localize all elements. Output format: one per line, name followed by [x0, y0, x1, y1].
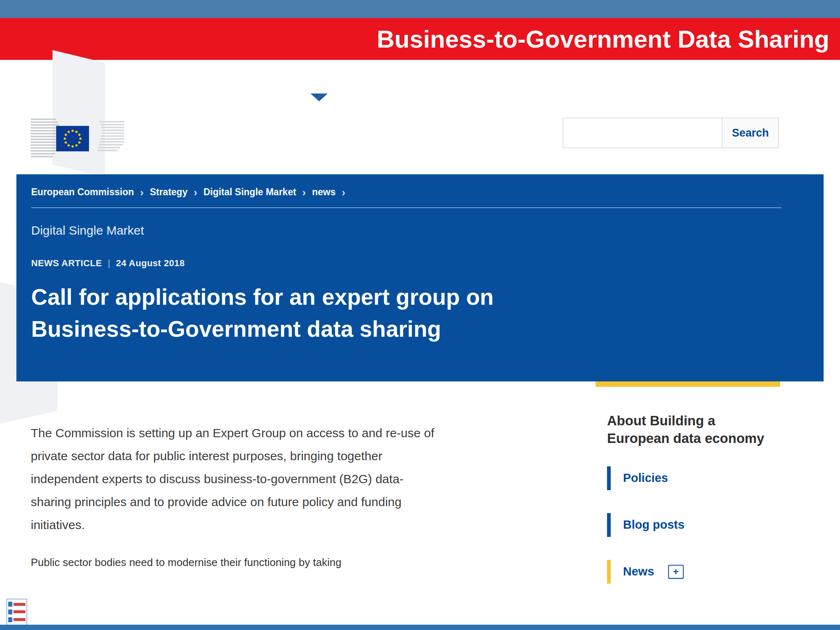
chevron-right-icon: ›: [342, 187, 345, 198]
footer-logo-row: [8, 602, 25, 607]
footer-logo-row: [8, 617, 25, 622]
caret-down-icon: [310, 94, 328, 101]
sidebar-item-label[interactable]: News: [623, 565, 654, 578]
european-commission-logo[interactable]: [31, 115, 126, 162]
breadcrumb-item-european-commission[interactable]: European Commission: [31, 187, 134, 198]
chevron-right-icon: ›: [194, 187, 197, 198]
breadcrumb-divider: [31, 208, 781, 208]
breadcrumb-item-news[interactable]: news: [312, 187, 336, 198]
article-meta: NEWS ARTICLE | 24 August 2018: [31, 258, 824, 269]
european-commission-logo-graphic: [31, 115, 126, 162]
footer-logo: [7, 599, 27, 625]
chevron-right-icon: ›: [302, 187, 306, 198]
slide-title-banner: Business-to-Government Data Sharing: [0, 18, 840, 60]
article-title: Call for applications for an expert grou…: [31, 281, 527, 345]
breadcrumb-item-strategy[interactable]: Strategy: [150, 187, 187, 198]
accent-bar-icon: [607, 466, 611, 490]
meta-separator: |: [108, 258, 110, 269]
footer-logo-row: [8, 609, 25, 614]
search-input[interactable]: [563, 118, 722, 148]
sidebar-heading: About Building a European data economy: [607, 412, 779, 447]
article-kicker: NEWS ARTICLE: [31, 258, 102, 269]
chevron-right-icon: ›: [140, 187, 144, 198]
search-button[interactable]: Search: [722, 118, 778, 148]
top-bar: [0, 0, 840, 18]
sidebar-item-label[interactable]: Policies: [623, 471, 668, 485]
breadcrumb: European Commission › Strategy › Digital…: [31, 187, 824, 198]
sidebar-item-blog-posts[interactable]: Blog posts: [607, 513, 788, 537]
site-section-title: Digital Single Market: [31, 224, 824, 237]
accent-bar-icon: [607, 513, 611, 537]
slide-root: Business-to-Government Data Sharing: [0, 0, 840, 630]
plus-icon[interactable]: +: [668, 565, 684, 579]
accent-bar-icon: [607, 560, 611, 584]
bottom-bar: [0, 625, 840, 630]
slide-title: Business-to-Government Data Sharing: [377, 25, 829, 53]
about-sidebar: About Building a European data economy P…: [607, 412, 788, 607]
sidebar-item-policies[interactable]: Policies: [607, 466, 788, 490]
article-hero: European Commission › Strategy › Digital…: [16, 174, 824, 381]
sidebar-accent-bar: [596, 381, 780, 387]
article-second-paragraph: Public sector bodies need to modernise t…: [31, 556, 435, 569]
sidebar-item-label[interactable]: Blog posts: [623, 518, 685, 532]
article-date: 24 August 2018: [116, 258, 185, 269]
search-bar: Search: [563, 118, 779, 148]
sidebar-item-news[interactable]: News +: [607, 560, 788, 584]
article-body: The Commission is setting up an Expert G…: [31, 422, 435, 569]
breadcrumb-item-digital-single-market[interactable]: Digital Single Market: [203, 187, 296, 198]
article-lead-paragraph: The Commission is setting up an Expert G…: [31, 422, 435, 536]
